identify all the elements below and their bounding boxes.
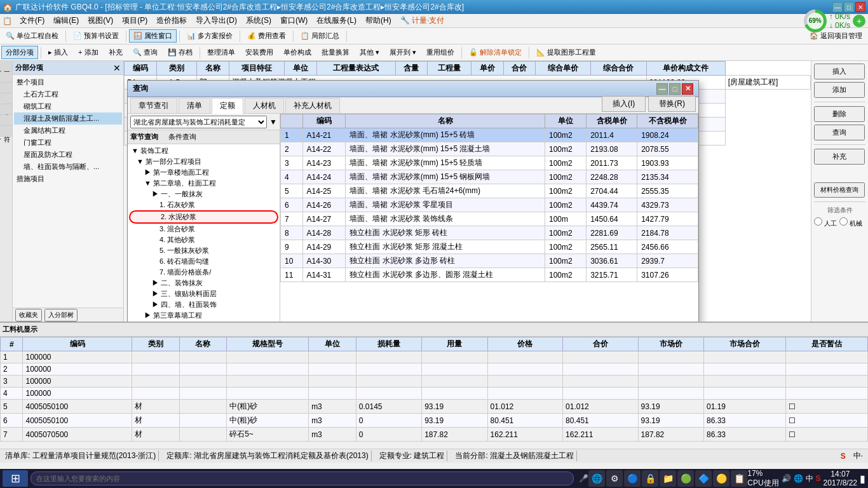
quota-lib-select[interactable]: 湖北省房屋建筑与装饰工程消耗量定 (130, 116, 267, 128)
pinned-icon-6[interactable]: 🟢 (677, 470, 694, 487)
vtab-material[interactable]: 人材机汇总 (0, 104, 12, 115)
btn-right-supplement[interactable]: 补充 (814, 149, 865, 165)
vtab-check[interactable]: 符合性检查 (0, 126, 12, 137)
condition-query-tab[interactable]: 条件查询 (168, 132, 196, 142)
tree-item-mixed[interactable]: 3. 混合砂浆 (129, 224, 278, 234)
sidebar-item-roof[interactable]: 屋面及防水工程 (14, 149, 122, 161)
tree-item-cement[interactable]: 2. 水泥砂浆 (129, 210, 278, 224)
tree-item-wall-decor[interactable]: ▶ 四、墙、柱面装饰 (129, 299, 278, 310)
btn-parts[interactable]: 分部分项 (1, 46, 38, 59)
dtab-quota[interactable]: 定额 (212, 98, 243, 114)
btn-save[interactable]: 💾 存档 (163, 46, 197, 59)
query-row[interactable]: 11 A14-31 独立柱面 水泥砂浆 多边形、圆形 混凝土柱 100m2 32… (281, 268, 698, 282)
btn-supplement[interactable]: 补充 (104, 46, 127, 59)
btn-query[interactable]: 🔍 查询 (128, 46, 162, 59)
menu-system[interactable]: 系统(S) (242, 14, 275, 27)
sys-icon-ime[interactable]: 中 (806, 473, 813, 484)
vtab-overview[interactable]: 工程概况 (0, 61, 12, 72)
radio-machine[interactable]: 机械 (839, 217, 862, 228)
dtab-supplement[interactable]: 补充人材机 (285, 98, 340, 113)
tree-item-ch4[interactable]: ▶ 第四章天棚工程 (129, 321, 278, 322)
bottom-row[interactable]: 2 100000 (1, 363, 868, 376)
btn-sort-list[interactable]: 整理清单 (203, 46, 240, 59)
tree-item-decor[interactable]: ▼ 装饰工程 (129, 146, 278, 156)
btn-fee-check[interactable]: 💰 费用查看 (243, 29, 290, 43)
btn-right-insert[interactable]: 插入 (814, 64, 865, 79)
tree-item-ch3[interactable]: ▶ 第三章幕墙工程 (129, 310, 278, 321)
pinned-icon-9[interactable]: 📋 (731, 470, 747, 487)
vtab-measures[interactable]: 措施项目 (0, 83, 12, 93)
btn-install-fee[interactable]: 安装费用 (241, 46, 278, 59)
menu-import[interactable]: 导入导出(D) (192, 14, 241, 27)
bottom-row[interactable]: 6 4005050100 材 中(粗)砂 m3 0 93.19 80.451 8… (1, 414, 868, 428)
sidebar-item-concrete[interactable]: 混凝土及钢筋混凝土工... (14, 112, 122, 125)
add-btn-circle[interactable]: + (853, 15, 865, 27)
tree-item-joint[interactable]: 6. 砖石墙面勾缝 (129, 256, 278, 267)
vtab-parts[interactable]: 分部分项 (0, 72, 12, 83)
btn-add[interactable]: + 添加 (74, 46, 102, 59)
query-row[interactable]: 6 A14-26 墙面、墙裙 水泥砂浆 零星项目 100m2 4439.74 4… (281, 198, 698, 212)
dialog-minimize-btn[interactable]: — (656, 83, 668, 95)
pinned-icon-8[interactable]: 🟡 (713, 470, 729, 487)
btn-right-delete[interactable]: 删除 (814, 106, 865, 122)
vtab-other[interactable]: 其他项目 (0, 93, 12, 104)
btn-property[interactable]: 🪟 属性窗口 (129, 29, 177, 43)
btn-batch-replace[interactable]: 批量换算 (317, 46, 354, 59)
taskbar-show-desktop[interactable]: ▮ (860, 473, 865, 485)
menu-window[interactable]: 窗口(W) (276, 14, 311, 27)
btn-unit-check[interactable]: 🔍 单位工程自检 (1, 29, 63, 43)
query-row[interactable]: 4 A14-24 墙面、墙裙 水泥砂浆(mm) 15+5 钢板网墙 100m2 … (281, 170, 698, 184)
bottom-row[interactable]: 1 100000 (1, 351, 868, 363)
query-row[interactable]: 2 A14-22 墙面、墙裙 水泥砂浆(mm) 15+5 混凝土墙 100m2 … (281, 142, 698, 156)
dtab-chapter[interactable]: 章节查引 (130, 98, 177, 113)
query-row[interactable]: 7 A14-27 墙面、墙裙 水泥砂浆 装饰线条 100m 1450.64 14… (281, 212, 698, 226)
btn-budget-setup[interactable]: 📄 预算书设置 (69, 29, 123, 43)
menu-file[interactable]: 文件(F) (16, 14, 48, 27)
dtab-material[interactable]: 人材机 (245, 98, 284, 113)
btn-right-add[interactable]: 添加 (814, 82, 865, 98)
btn-replace-dialog[interactable]: 替换(R) (648, 96, 696, 112)
tree-item-part1[interactable]: ▼ 第一部分工程项目 (129, 156, 278, 167)
pinned-icon-2[interactable]: ⚙ (606, 470, 623, 487)
pinned-icon-1[interactable]: 🌐 (588, 470, 605, 487)
btn-insert-dialog[interactable]: 插入(I) (602, 96, 646, 112)
dropdown-icon[interactable]: ▼ (269, 118, 277, 126)
bottom-row[interactable]: 5 4005050100 材 中(粗)砂 m3 0.0145 93.19 01.… (1, 400, 868, 414)
tree-item-ch2[interactable]: ▼ 第二章墙、柱面工程 (129, 178, 278, 189)
btn-reuse[interactable]: 重用组价 (422, 46, 459, 59)
query-row[interactable]: 5 A14-25 墙面、墙裙 水泥砂浆 毛石墙24+6(mm) 100m2 27… (281, 184, 698, 198)
dtab-list[interactable]: 清单 (179, 98, 210, 113)
tree-item-lime[interactable]: 1. 石灰砂浆 (129, 200, 278, 210)
menu-payment[interactable]: 🔧 计量·支付 (397, 14, 449, 27)
vtab-report[interactable]: 报表 (0, 115, 12, 126)
menu-edit[interactable]: 编辑(E) (50, 14, 83, 27)
menu-help[interactable]: 帮助(H) (362, 14, 395, 27)
dialog-close-btn[interactable]: ✕ (682, 83, 693, 95)
tree-item-decor-plaster[interactable]: ▶ 二、装饰抹灰 (129, 278, 278, 288)
query-row[interactable]: 8 A14-28 独立柱面 水泥砂浆 矩形 砖柱 100m2 2281.69 2… (281, 226, 698, 240)
sidebar-item-door[interactable]: 门窗工程 (14, 137, 122, 149)
btn-part-tree[interactable]: 入分部树 (44, 309, 78, 322)
tree-item-general[interactable]: 5. 一般抹灰砂浆 (129, 245, 278, 256)
dialog-maximize-btn[interactable]: □ (669, 83, 681, 95)
tree-item-grid[interactable]: 7. 墙面分格嵌条/ (129, 267, 278, 278)
btn-material-price[interactable]: 材料价格查询 (814, 182, 865, 198)
bottom-row[interactable]: 4 100000 (1, 388, 868, 400)
pinned-icon-3[interactable]: 🔵 (624, 470, 641, 487)
tree-item-plaster[interactable]: ▶ 一、一般抹灰 (129, 189, 278, 200)
sidebar-item-metal[interactable]: 金属结构工程 (14, 125, 122, 137)
query-row[interactable]: 10 A14-30 独立柱面 水泥砂浆 多边形 砖柱 100m2 3036.61… (281, 254, 698, 268)
tree-item-other-mortar[interactable]: 4. 其他砂浆 (129, 234, 278, 245)
bottom-row[interactable]: 7 4005070500 材 碎石5~ m3 0 187.82 162.211 … (1, 428, 868, 442)
query-row[interactable]: 9 A14-29 独立柱面 水泥砂浆 矩形 混凝土柱 100m2 2565.11… (281, 240, 698, 254)
menu-online[interactable]: 在线服务(L) (313, 14, 360, 27)
btn-collect[interactable]: 收藏夹 (15, 309, 42, 322)
sidebar-item-wall[interactable]: 墙、柱面装饰与隔断、... (14, 161, 122, 173)
btn-multi-plan[interactable]: 📊 多方案报价 (182, 29, 237, 43)
btn-expand[interactable]: 展开到 ▾ (385, 46, 421, 59)
chapter-query-tab[interactable]: 章节查询 (130, 132, 158, 142)
btn-local-sum[interactable]: 📋 局部汇总 (296, 29, 344, 43)
btn-right-query[interactable]: 查询 (814, 125, 865, 140)
menu-view[interactable]: 视图(V) (84, 14, 117, 27)
tree-item-ch1[interactable]: ▶ 第一章楼地面工程 (129, 167, 278, 178)
